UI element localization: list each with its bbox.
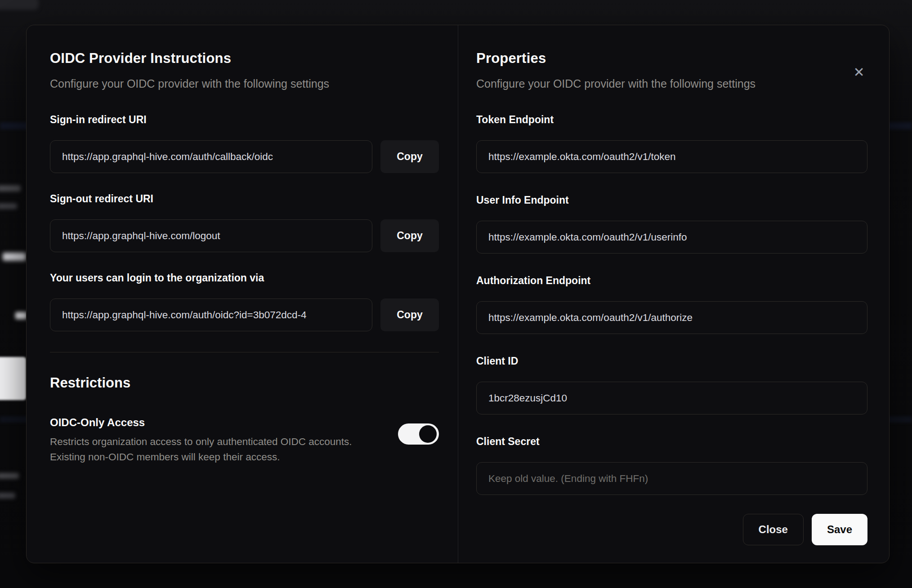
- modal-actions: Close Save: [476, 514, 867, 545]
- background-blur-text: [0, 203, 17, 209]
- description-line-2: Existing non-OIDC members will keep thei…: [50, 451, 280, 463]
- organization-login-uri-input[interactable]: [50, 298, 372, 331]
- signin-redirect-uri-label: Sign-in redirect URI: [50, 114, 439, 126]
- background-blur-text: [15, 312, 27, 319]
- toggle-knob: [419, 425, 437, 443]
- authorization-endpoint-label: Authorization Endpoint: [476, 275, 867, 287]
- signout-redirect-uri-input[interactable]: [50, 219, 372, 252]
- oidc-settings-modal: ✕ OIDC Provider Instructions Configure y…: [26, 25, 890, 563]
- restrictions-title: Restrictions: [50, 375, 439, 391]
- properties-title: Properties: [476, 50, 867, 67]
- properties-subtitle: Configure your OIDC provider with the fo…: [476, 77, 867, 90]
- authorization-endpoint-input[interactable]: [476, 301, 867, 334]
- signin-redirect-uri-input[interactable]: [50, 140, 372, 173]
- background-blur-text: [0, 493, 15, 499]
- background-blur-text: [3, 253, 26, 261]
- oidc-only-access-text: OIDC-Only Access Restricts organization …: [50, 416, 352, 465]
- client-secret-label: Client Secret: [476, 436, 867, 448]
- authorization-endpoint-row: [476, 301, 867, 334]
- client-id-row: [476, 382, 867, 414]
- signin-redirect-uri-row: Copy: [50, 140, 439, 173]
- client-id-input[interactable]: [476, 382, 867, 414]
- client-id-label: Client ID: [476, 355, 867, 367]
- signout-redirect-uri-label: Sign-out redirect URI: [50, 193, 439, 205]
- userinfo-endpoint-label: User Info Endpoint: [476, 194, 867, 206]
- copy-signin-uri-button[interactable]: Copy: [380, 140, 439, 173]
- userinfo-endpoint-row: [476, 221, 867, 254]
- properties-column: Properties Configure your OIDC provider …: [458, 25, 889, 563]
- token-endpoint-label: Token Endpoint: [476, 114, 867, 126]
- client-secret-input[interactable]: [476, 462, 867, 495]
- copy-login-uri-button[interactable]: Copy: [380, 298, 439, 331]
- organization-login-uri-label: Your users can login to the organization…: [50, 272, 439, 284]
- background-blur-text: [0, 185, 21, 192]
- client-secret-row: [476, 462, 867, 495]
- oidc-only-access-toggle[interactable]: [398, 423, 439, 445]
- instructions-title: OIDC Provider Instructions: [50, 50, 439, 67]
- signout-redirect-uri-row: Copy: [50, 219, 439, 252]
- background-blur-text: [0, 473, 19, 479]
- background-white-box: [0, 357, 26, 400]
- instructions-subtitle: Configure your OIDC provider with the fo…: [50, 77, 439, 90]
- organization-login-uri-row: Copy: [50, 298, 439, 331]
- description-line-1: Restricts organization access to only au…: [50, 436, 352, 447]
- save-button[interactable]: Save: [812, 514, 867, 545]
- close-icon[interactable]: ✕: [850, 64, 867, 81]
- userinfo-endpoint-input[interactable]: [476, 221, 867, 254]
- token-endpoint-input[interactable]: [476, 140, 867, 173]
- token-endpoint-row: [476, 140, 867, 173]
- close-button[interactable]: Close: [743, 514, 804, 545]
- oidc-only-access-label: OIDC-Only Access: [50, 416, 352, 429]
- instructions-column: OIDC Provider Instructions Configure you…: [27, 25, 458, 563]
- section-divider: [50, 352, 439, 352]
- oidc-only-access-row: OIDC-Only Access Restricts organization …: [50, 416, 439, 465]
- copy-signout-uri-button[interactable]: Copy: [380, 219, 439, 252]
- oidc-only-access-description: Restricts organization access to only au…: [50, 434, 352, 465]
- background-blur-artifact: [0, 0, 39, 10]
